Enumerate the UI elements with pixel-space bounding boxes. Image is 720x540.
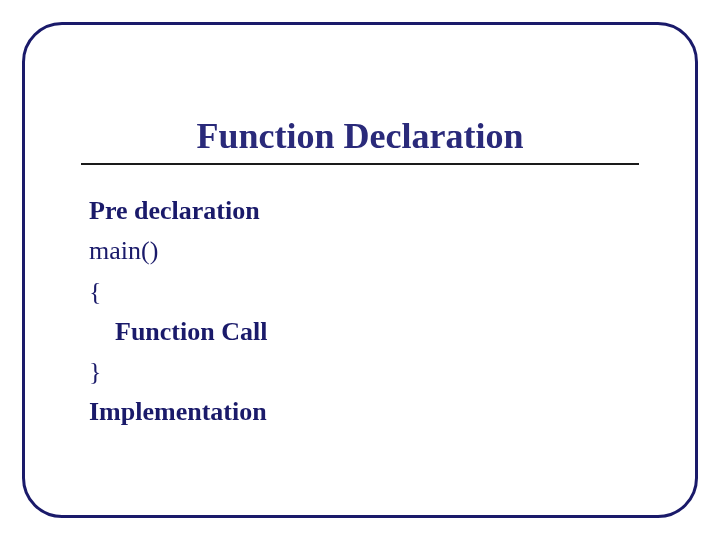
content-block: Pre declaration main() { Function Call }… [89,191,631,433]
page-title: Function Declaration [197,115,524,157]
slide-frame: Function Declaration Pre declaration mai… [22,22,698,518]
line-implementation: Implementation [89,392,631,432]
title-underline [81,163,639,165]
line-function-call: Function Call [89,312,631,352]
line-pre-declaration: Pre declaration [89,191,631,231]
title-block: Function Declaration [25,115,695,157]
line-open-brace: { [89,272,631,312]
line-main: main() [89,231,631,271]
line-close-brace: } [89,352,631,392]
